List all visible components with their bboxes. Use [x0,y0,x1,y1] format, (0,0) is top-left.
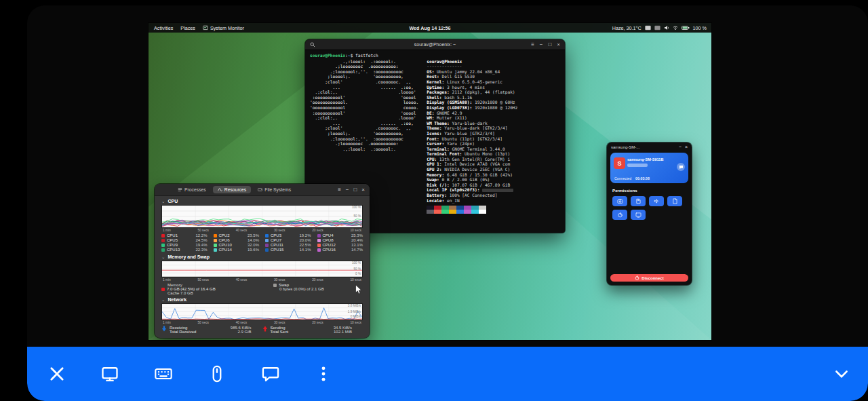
system-monitor-icon [203,25,208,31]
chevron-down-icon: ⌄ [161,297,165,303]
display-button[interactable] [100,364,119,383]
camera-permission-button[interactable] [612,196,627,206]
cpu-color-swatch [161,248,165,252]
palette-swatch [464,210,471,214]
cpu-color-swatch [161,244,165,247]
hide-toolbar-button[interactable] [833,367,850,382]
camera-icon [617,198,623,204]
cpu-legend-item[interactable]: CPU1514.1% [265,248,311,252]
menu-icon[interactable]: ≡ [531,42,534,47]
cpu-legend-item[interactable]: CPU1213.1% [317,243,363,247]
close-icon[interactable]: × [361,187,365,193]
close-icon [52,368,62,379]
total-received-value: 2.9 GiB [237,330,251,334]
total-received-label: Total Received [170,330,196,334]
network-section-header[interactable]: ⌄Network [161,296,363,303]
power-icon [635,275,639,280]
cpu-legend-item[interactable]: CPU223.5% [214,233,260,237]
connection-timer: 00:03:58 [635,176,650,180]
chat-button[interactable] [261,364,280,383]
palette-swatch [471,210,479,214]
keyboard-button[interactable] [154,364,173,383]
cpu-legend-item[interactable]: CPU1614.7% [317,248,363,252]
device-avatar: S [614,157,625,169]
cpu-legend-item[interactable]: CPU1419.6% [214,248,260,252]
battery-icon[interactable] [682,25,690,31]
maximize-icon[interactable]: □ [353,187,357,193]
memory-cache-value: Cache 7.0 GB [161,291,273,295]
search-icon[interactable] [310,42,315,47]
cpu-color-swatch [265,244,269,247]
remote-desktop-screen[interactable]: Activities Places System Monitor Wed Aug… [149,23,711,340]
power-permission-button[interactable] [612,210,627,220]
chevron-down-icon [833,367,850,382]
close-session-button[interactable] [47,364,66,383]
keyboard-icon [154,364,173,383]
cpu-legend-item[interactable]: CPU1122.5% [265,243,311,247]
volume-icon[interactable] [664,25,669,31]
minimize-icon[interactable]: − [679,145,682,149]
palette-swatch [456,210,464,214]
terminal-title: sourav@Phoenix: ~ [414,42,456,47]
cpu-legend-item[interactable]: CPU425.3% [317,233,363,237]
cpu-section-header[interactable]: ⌄CPU [161,197,363,205]
message-button[interactable] [677,163,685,171]
menu-icon[interactable]: ≡ [338,187,341,193]
tab-file-systems[interactable]: File Systems [253,186,296,193]
file-icon [672,198,678,204]
system-monitor-headerbar[interactable]: Processes Resources File Systems ≡ − □ [155,184,370,196]
network-time-axis: 1 min50 secs40 secs30 secs20 secs10 secs [161,320,363,325]
disconnect-button[interactable]: Disconnect [610,274,688,282]
sd-card-permission-button[interactable] [631,196,646,206]
palette-swatch [441,210,449,214]
cpu-legend-item[interactable]: CPU1032.0% [214,243,260,247]
swap-color-swatch [273,284,277,287]
cpu-legend-item[interactable]: CPU614.0% [214,238,260,242]
cpu-color-swatch [265,234,269,237]
activities-button[interactable]: Activities [154,25,173,31]
clock[interactable]: Wed Aug 14 12:56 [409,25,450,31]
cpu-legend-item[interactable]: CPU524.5% [161,238,208,242]
more-options-button[interactable] [314,364,333,383]
cpu-legend-item[interactable]: CPU919.4% [161,243,208,247]
wifi-icon[interactable] [673,25,678,31]
terminal-color-palette [427,206,517,214]
terminal-titlebar[interactable]: sourav@Phoenix: ~ ≡ − □ × [305,39,565,50]
upload-arrow-icon [262,326,268,332]
remote-viewer-window: Activities Places System Monitor Wed Aug… [27,5,868,401]
tab-processes[interactable]: Processes [173,186,211,193]
cpu-legend-item[interactable]: CPU720.0% [265,238,311,242]
close-icon[interactable]: × [685,145,688,149]
cpu-legend-item[interactable]: CPU319.2% [265,233,311,237]
cpu-color-swatch [214,248,217,252]
cpu-chart: 100 %50 %0 % [161,205,363,228]
cpu-legend: CPU112.2%CPU223.5%CPU319.2%CPU425.3%CPU5… [161,233,363,252]
places-menu[interactable]: Places [180,25,195,31]
file-permission-button[interactable] [667,196,682,206]
maximize-icon[interactable]: □ [548,42,551,47]
cpu-legend-item[interactable]: CPU1322.3% [161,248,208,252]
speaker-permission-button[interactable] [649,196,664,206]
display-icon [100,364,119,383]
mouse-button[interactable] [208,364,226,383]
redacted-value [482,189,513,192]
display-thumbnail-icon [645,25,651,31]
cpu-legend-item[interactable]: CPU112.2% [161,233,208,237]
focused-app-menu[interactable]: System Monitor [203,25,244,31]
cpu-color-swatch [265,248,269,252]
chat-icon [679,165,684,170]
download-arrow-icon [161,326,167,332]
cpu-color-swatch [214,239,217,242]
close-icon[interactable]: × [557,42,560,47]
minimize-icon[interactable]: − [540,42,543,47]
cpu-color-swatch [214,234,217,237]
phone-window-titlebar[interactable]: samsung-SM-... − × [607,142,692,151]
weather-indicator[interactable]: Haze, 30.1°C [612,25,642,31]
screen-cast-permission-button[interactable] [631,210,646,220]
memory-section-header[interactable]: ⌄Memory and Swap [161,253,363,261]
minimize-icon[interactable]: − [346,187,349,193]
memory-color-swatch [161,288,165,291]
device-info-redacted [627,164,648,167]
tab-resources[interactable]: Resources [213,186,252,193]
cpu-legend-item[interactable]: CPU820.4% [317,238,363,242]
